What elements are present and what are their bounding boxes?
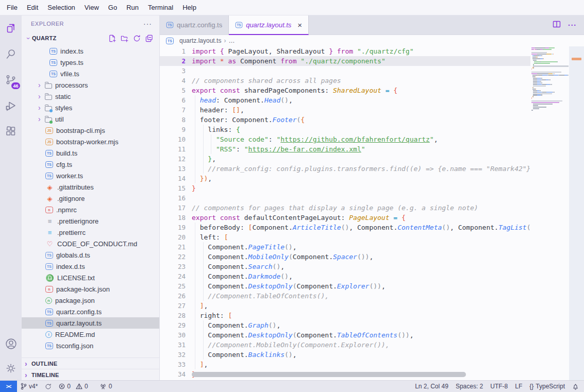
cursor-position[interactable]: Ln 2, Col 49 (411, 381, 452, 392)
tree-item-bootstrap-cli-mjs[interactable]: JSbootstrap-cli.mjs (22, 125, 159, 136)
source-control-badge: 46 (11, 82, 20, 89)
menu-edit[interactable]: Edit (22, 0, 43, 15)
horizontal-scrollbar[interactable] (192, 372, 466, 377)
tree-item-worker-ts[interactable]: TSworker.ts (22, 170, 159, 181)
tree-item-label: static (55, 93, 71, 100)
warning-icon (76, 383, 82, 389)
refresh-icon[interactable] (132, 34, 141, 42)
tab-quartz-config-ts[interactable]: TSquartz.config.ts (160, 15, 229, 35)
menu-view[interactable]: View (80, 0, 104, 15)
tree-item-index-d-ts[interactable]: TSindex.d.ts (22, 261, 159, 272)
tree-item-label: index.d.ts (56, 263, 85, 270)
indent-guide (195, 232, 195, 242)
tree-item-cfg-ts[interactable]: TScfg.ts (22, 159, 159, 170)
typescript-icon: TS (49, 71, 57, 77)
minimap-line (531, 58, 569, 59)
menu-selection[interactable]: Selection (43, 0, 79, 15)
tree-item--gitattributes[interactable]: ◈.gitattributes (22, 181, 159, 193)
tree-item-bootstrap-worker-mjs[interactable]: JSbootstrap-worker.mjs (22, 136, 159, 147)
tree-item-processors[interactable]: ›processors (22, 79, 159, 91)
remote-indicator[interactable]: >< (0, 381, 17, 392)
chevron-right-icon: › (25, 360, 31, 367)
tree-item-tsconfig-json[interactable]: TStsconfig.json (22, 340, 159, 351)
new-file-icon[interactable] (108, 34, 116, 42)
typescript-icon: TS (166, 38, 174, 44)
branch-status[interactable]: v4* (17, 381, 41, 392)
tree-item-quartz-config-ts[interactable]: TSquartz.config.ts (22, 306, 159, 317)
tree-item--npmrc[interactable]: n.npmrc (22, 204, 159, 215)
indent-guide (203, 252, 204, 262)
notifications-bell-icon[interactable] (569, 381, 584, 392)
line-text: header: [], (192, 105, 244, 115)
encoding[interactable]: UTF-8 (487, 381, 511, 392)
tree-item-vfile-ts[interactable]: TSvfile.ts (22, 68, 159, 79)
explorer-icon[interactable] (0, 15, 22, 41)
tree-item-code-of-conduct-md[interactable]: ♡CODE_OF_CONDUCT.md (22, 238, 159, 249)
new-folder-icon[interactable] (120, 34, 128, 42)
menubar: FileEditSelectionViewGoRunTerminalHelp (0, 0, 584, 15)
menu-go[interactable]: Go (104, 0, 122, 15)
code-line-20: 20 left: [ (160, 232, 531, 242)
tree-item-package-lock-json[interactable]: npackage-lock.json (22, 283, 159, 295)
menu-help[interactable]: Help (178, 0, 201, 15)
source-control-icon[interactable]: 46 (0, 67, 22, 93)
tree-item-globals-d-ts[interactable]: TSglobals.d.ts (22, 249, 159, 261)
tree-item-index-ts[interactable]: TSindex.ts (22, 45, 159, 57)
account-icon[interactable] (0, 331, 22, 356)
collapse-folders-icon[interactable] (145, 34, 153, 42)
problems-status[interactable]: 0 0 (55, 381, 91, 392)
tree-item-styles[interactable]: ›styles (22, 102, 159, 113)
tree-item-static[interactable]: ›static (22, 91, 159, 102)
sidebar-title: EXPLORER (31, 21, 64, 27)
tree-item--prettierignore[interactable]: ≡.prettierignore (22, 215, 159, 227)
indentation[interactable]: Spaces: 2 (452, 381, 487, 392)
line-text: // components shared across all pages (192, 76, 341, 86)
outline-section[interactable]: › OUTLINE (22, 357, 159, 369)
breadcrumb-item[interactable]: … (228, 37, 235, 44)
tree-item-readme-md[interactable]: iREADME.md (22, 329, 159, 340)
minimap[interactable] (530, 46, 569, 380)
tree-item-package-json[interactable]: npackage.json (22, 295, 159, 306)
ports-count: 0 (109, 383, 112, 390)
timeline-label: TIMELINE (31, 372, 59, 378)
close-icon[interactable]: × (297, 21, 302, 29)
sync-icon[interactable] (41, 381, 55, 392)
code-editor[interactable]: 1import { PageLayout, SharedLayout } fro… (160, 46, 584, 380)
line-number: 1 (160, 46, 186, 56)
typescript-icon: TS (45, 320, 53, 327)
tree-item-types-ts[interactable]: TStypes.ts (22, 57, 159, 68)
language-label: TypeScript (536, 383, 565, 390)
indent-guide (195, 320, 195, 330)
git-icon: ◈ (45, 183, 54, 191)
editor-more-actions-icon[interactable]: ··· (568, 21, 577, 29)
search-icon[interactable] (0, 41, 22, 67)
ports-status[interactable]: 0 (96, 381, 116, 392)
breadcrumb-item[interactable]: quartz.layout.ts (179, 37, 221, 44)
run-debug-icon[interactable] (0, 93, 22, 118)
tree-item--prettierrc[interactable]: ≡.prettierrc (22, 227, 159, 238)
indent-guide (195, 360, 195, 369)
section-header-quartz[interactable]: › QUARTZ (22, 32, 159, 44)
tree-item-label: vfile.ts (60, 70, 79, 78)
tree-item-build-ts[interactable]: TSbuild.ts (22, 147, 159, 159)
explorer-more-actions-icon[interactable]: ··· (143, 20, 152, 28)
sidebar-bottom-sections: › OUTLINE › TIMELINE (22, 357, 159, 380)
extensions-icon[interactable] (0, 118, 22, 144)
menu-file[interactable]: File (2, 0, 22, 15)
menu-run[interactable]: Run (122, 0, 143, 15)
tab-quartz-layout-ts[interactable]: TSquartz.layout.ts× (229, 15, 309, 35)
indent-guide (195, 164, 195, 174)
branch-label: v4* (29, 383, 38, 390)
line-number: 5 (160, 86, 186, 95)
split-editor-icon[interactable] (553, 20, 561, 30)
eol[interactable]: LF (511, 381, 526, 392)
line-text: beforeBody: [Component.ArticleTitle(), C… (192, 223, 531, 232)
tree-item--gitignore[interactable]: ◈.gitignore (22, 193, 159, 204)
settings-gear-icon[interactable] (0, 356, 22, 380)
tree-item-quartz-layout-ts[interactable]: TSquartz.layout.ts (22, 317, 159, 329)
menu-terminal[interactable]: Terminal (143, 0, 178, 15)
tree-item-util[interactable]: ›util (22, 113, 159, 125)
language-mode[interactable]: {} TypeScript (526, 381, 569, 392)
timeline-section[interactable]: › TIMELINE (22, 369, 159, 380)
tree-item-license-txt[interactable]: ♎LICENSE.txt (22, 272, 159, 283)
